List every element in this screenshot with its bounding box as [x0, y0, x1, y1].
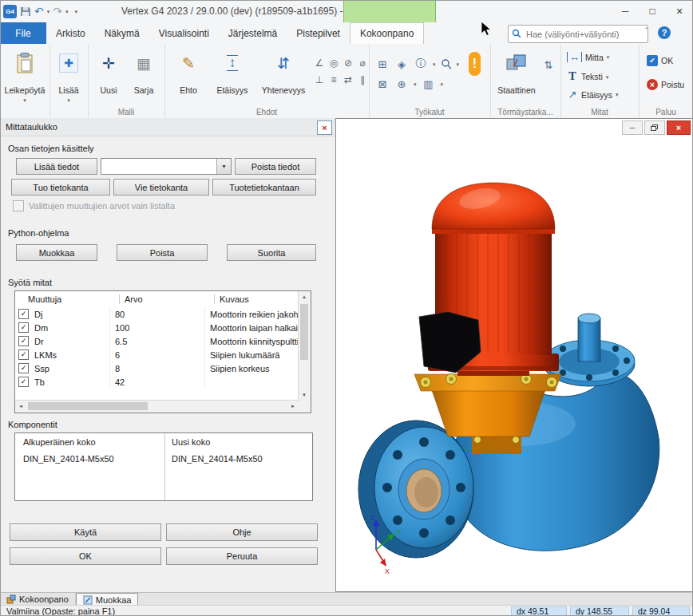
warning-icon[interactable]: !	[469, 52, 481, 76]
table-row[interactable]: ✓Dj 80 Moottorin reikien jakohalk	[15, 307, 299, 321]
yhtenevyys-button[interactable]: ⇵ Yhtenevyys	[257, 44, 310, 95]
angle-constraint-icon[interactable]: ∠	[313, 57, 326, 69]
table-row[interactable]: ✓Tb 42	[15, 375, 299, 389]
document-tab-kokoonpano[interactable]: Kokoonpano	[0, 593, 76, 606]
mitta-button[interactable]: ↔ Mitta ▾	[567, 52, 609, 62]
tool-list-icon[interactable]: ▥	[422, 77, 436, 90]
scroll-down-icon[interactable]: ▼	[299, 389, 310, 401]
search-input[interactable]	[525, 29, 644, 40]
tab-arkisto[interactable]: Arkisto	[46, 22, 95, 44]
tool-box-icon[interactable]: ⊠	[375, 77, 390, 90]
dialog-close-button[interactable]: ×	[317, 120, 332, 135]
tangent-constraint-icon[interactable]: ⊘	[342, 57, 354, 69]
window-maximize-button[interactable]: □	[639, 0, 666, 22]
ohje-button[interactable]: Ohje	[166, 523, 318, 541]
kayta-button[interactable]: Käytä	[10, 523, 161, 541]
window-close-button[interactable]: ×	[666, 0, 693, 22]
tab-pistepilvet[interactable]: Pistepilvet	[287, 22, 350, 44]
viewport-restore-button[interactable]	[644, 120, 665, 135]
paste-dropdown-icon[interactable]: ▾	[23, 97, 26, 103]
table-row[interactable]: ✓Dr 6.5 Moottorin kiinnityspultti	[15, 334, 299, 348]
scroll-right-icon[interactable]: ►	[287, 401, 299, 412]
teksti-button[interactable]: T Teksti ▾	[567, 70, 608, 83]
mitat-etaisyys-button[interactable]: ↗ Etäisyys ▾	[567, 89, 619, 101]
table-row[interactable]: ✓Ssp 8 Siipien korkeus	[15, 361, 299, 375]
tab-visualisointi[interactable]: Visualisointi	[149, 22, 219, 44]
add-dropdown-icon[interactable]: ▾	[67, 97, 70, 103]
3d-viewport[interactable]: ─ ×	[335, 118, 693, 592]
suorita-button[interactable]: Suorita	[227, 244, 316, 261]
viewport-minimize-button[interactable]: ─	[622, 120, 643, 135]
table-horizontal-scrollbar[interactable]: ◄ ►	[15, 400, 299, 413]
mitat-etaisyys-dropdown-icon[interactable]: ▾	[616, 92, 619, 97]
tool-target-icon[interactable]: ◈	[394, 57, 409, 70]
undo-icon[interactable]: ↶	[34, 6, 44, 17]
combo-dropdown-icon[interactable]: ▾	[216, 159, 231, 174]
uusi-button[interactable]: ✛ Uusi	[93, 44, 125, 95]
equal-constraint-icon[interactable]: ≡	[327, 73, 340, 85]
ehto-button[interactable]: ✎ Ehto	[171, 44, 206, 95]
ok-ribbon-button[interactable]: ✔ OK	[647, 55, 673, 66]
scroll-left-icon[interactable]: ◄	[15, 401, 26, 412]
tool-list-dropdown-icon[interactable]: ▾	[441, 81, 444, 87]
sarja-button[interactable]: ▦ Sarja	[128, 44, 160, 95]
staattinen-button[interactable]: Staattinen	[493, 44, 540, 95]
app-logo[interactable]: G4	[3, 5, 17, 18]
vie-tietokanta-button[interactable]: Vie tietokanta	[113, 179, 209, 195]
zoom-tool-dropdown-icon[interactable]: ▾	[457, 61, 460, 67]
symmetric-constraint-icon[interactable]: ⇄	[342, 73, 354, 85]
document-tab-muokkaa[interactable]: Muokkaa	[76, 593, 139, 606]
ribbon-search[interactable]	[508, 25, 648, 43]
tool-info-dropdown-icon[interactable]: ▾	[433, 61, 436, 67]
scroll-up-icon[interactable]: ▲	[299, 291, 310, 302]
tuotetietokantaan-button[interactable]: Tuotetietokantaan	[212, 179, 316, 195]
etaisyys-button[interactable]: ↕ Etäisyys	[211, 44, 254, 95]
paste-button[interactable]: Leikepöytä ▾	[3, 44, 46, 103]
tool-info-icon[interactable]: ⓘ	[414, 57, 428, 70]
ribbon-collapse-icon[interactable]: ˆ	[645, 27, 647, 36]
tuo-tietokanta-button[interactable]: Tuo tietokanta	[11, 179, 110, 195]
tool-grid-icon[interactable]: ⊞	[375, 57, 390, 70]
redo-dropdown-icon[interactable]: ▾	[65, 9, 69, 14]
table-vertical-scrollbar[interactable]: ▲ ▼	[298, 291, 311, 401]
row-checkbox[interactable]: ✓	[18, 377, 29, 387]
qat-customize-icon[interactable]: ▾	[75, 9, 78, 14]
window-minimize-button[interactable]: ─	[612, 0, 639, 22]
row-checkbox[interactable]: ✓	[18, 363, 29, 373]
mitta-dropdown-icon[interactable]: ▾	[607, 54, 610, 60]
col-arvo[interactable]: Arvo	[119, 294, 214, 304]
viewport-close-button[interactable]: ×	[667, 120, 691, 135]
lisaa-tiedot-button[interactable]: Lisää tiedot	[16, 158, 97, 175]
collision-alt-icon[interactable]: ⇅	[541, 58, 556, 71]
row-checkbox[interactable]: ✓	[18, 336, 29, 346]
pump-3d-model[interactable]: Z Y X	[336, 119, 692, 591]
undo-dropdown-icon[interactable]: ▾	[47, 9, 50, 14]
tab-kokoonpano[interactable]: Kokoonpano	[350, 22, 424, 44]
zoom-tool-icon[interactable]	[441, 58, 452, 69]
tab-nakyma[interactable]: Näkymä	[95, 22, 149, 44]
tab-file[interactable]: File	[0, 22, 46, 44]
poista-button[interactable]: Poista	[117, 244, 208, 261]
col-kuvaus[interactable]: Kuvaus	[214, 294, 299, 304]
perpendicular-constraint-icon[interactable]: ⊥	[313, 73, 326, 85]
tool-add-icon[interactable]: ⊕	[394, 77, 409, 90]
teksti-dropdown-icon[interactable]: ▾	[606, 74, 609, 80]
muokkaa-button[interactable]: Muokkaa	[16, 244, 97, 261]
row-checkbox[interactable]: ✓	[18, 309, 29, 319]
ok-button[interactable]: OK	[10, 547, 161, 565]
col-muuttuja[interactable]: Muuttuja	[15, 294, 119, 304]
redo-icon[interactable]: ↷	[53, 6, 62, 17]
concentric-constraint-icon[interactable]: ◎	[327, 57, 340, 69]
table-row[interactable]: ✓Dm 100 Moottorin laipan halkaisija	[15, 321, 299, 334]
tool-add-dropdown-icon[interactable]: ▾	[414, 81, 417, 87]
row-checkbox[interactable]: ✓	[18, 349, 29, 360]
tab-jarjestelma[interactable]: Järjestelmä	[219, 22, 287, 44]
dialog-titlebar[interactable]: Mittataulukko	[0, 118, 341, 136]
row-checkbox[interactable]: ✓	[18, 322, 29, 333]
components-table[interactable]: Alkuperäinen koko Uusi koko DIN_EN_24014…	[14, 432, 313, 501]
poista-tiedot-button[interactable]: Poista tiedot	[235, 158, 316, 175]
diameter-constraint-icon[interactable]: ⌀	[356, 57, 369, 69]
save-icon[interactable]	[20, 6, 31, 17]
listalta-checkbox[interactable]	[13, 200, 24, 211]
peruuta-button[interactable]: Peruuta	[166, 547, 318, 565]
